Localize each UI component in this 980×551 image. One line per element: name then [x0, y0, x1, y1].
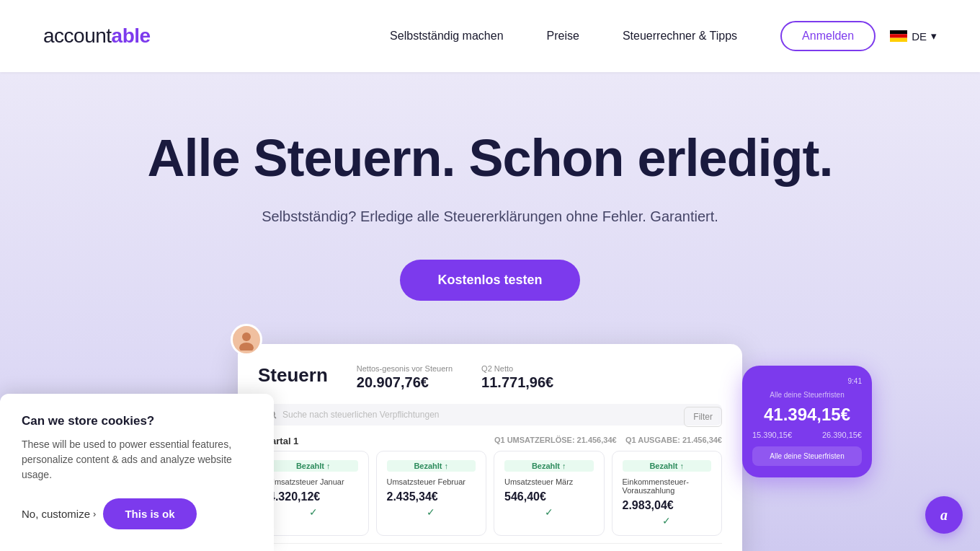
- stat2-label: Q2 Netto: [481, 364, 553, 373]
- tax-card-check-1: ✓: [387, 506, 476, 518]
- app-preview: Steuern Nettos-gesonis vor Steuern 20.90…: [238, 344, 742, 551]
- tax-card-amount-0: 4.320,12€: [269, 490, 358, 503]
- anmelden-button[interactable]: Anmelden: [780, 21, 876, 51]
- quartal1-meta: Q1 UMSATZERLÖSE: 21.456,34€ Q1 AUSGABE: …: [494, 436, 722, 446]
- app-window-title: Steuern: [258, 364, 328, 387]
- quartal1-meta2: Q1 AUSGABE: 21.456,34€: [625, 436, 722, 444]
- tax-card-name-3: Einkommensteuer-Vorauszahlung: [623, 477, 712, 495]
- tax-card-name-0: Umsatzsteuer Januar: [269, 477, 358, 486]
- nav-link-selbststaendig[interactable]: Selbstständig machen: [390, 30, 503, 42]
- nav-item-selbststaendig[interactable]: Selbstständig machen: [390, 30, 503, 43]
- app-window: Steuern Nettos-gesonis vor Steuern 20.90…: [238, 344, 742, 551]
- navbar: accountable Selbstständig machen Preise …: [0, 0, 980, 72]
- cta-button[interactable]: Kostenlos testen: [400, 260, 579, 301]
- mobile-row: 15.390,15€ 26.390,15€: [752, 431, 862, 439]
- chat-bubble[interactable]: a: [925, 496, 963, 534]
- stat2-value: 11.771,96€: [481, 374, 553, 391]
- hero-subtitle: Selbstständig? Erledige alle Steuererklä…: [262, 208, 718, 225]
- tax-card-name-2: Umsatzsteuer März: [504, 477, 594, 486]
- tax-card-2: Bezahlt ↑ Umsatzsteuer März 546,40€ ✓: [494, 451, 605, 536]
- tax-card-check-0: ✓: [269, 506, 358, 518]
- cookie-no-label: No, customize: [22, 508, 90, 520]
- cookie-title: Can we store cookies?: [22, 414, 252, 428]
- svg-rect-2: [890, 38, 907, 42]
- stat1-label: Nettos-gesonis vor Steuern: [357, 364, 453, 373]
- app-header: Steuern Nettos-gesonis vor Steuern 20.90…: [258, 364, 722, 391]
- tax-cards: Bezahlt ↑ Umsatzsteuer Januar 4.320,12€ …: [258, 451, 722, 536]
- tax-card-paid-0: Bezahlt ↑: [269, 460, 358, 472]
- logo[interactable]: accountable: [43, 25, 151, 48]
- user-avatar: [231, 324, 262, 356]
- nav-item-preise[interactable]: Preise: [547, 30, 579, 43]
- logo-text: accountable: [43, 25, 151, 48]
- nav-links: Selbstständig machen Preise Steuerrechne…: [390, 30, 737, 43]
- tax-card-paid-1: Bezahlt ↑: [387, 460, 476, 472]
- tax-card-amount-1: 2.435,34€: [387, 490, 476, 503]
- lang-caret-icon: ▾: [931, 30, 937, 43]
- mobile-overlay: 9:41 Alle deine Steuerfristen 41.394,15€…: [742, 366, 872, 477]
- tax-card-check-3: ✓: [623, 515, 712, 526]
- svg-line-6: [275, 417, 277, 419]
- cookie-ok-button[interactable]: This is ok: [103, 498, 196, 529]
- flag-icon: [890, 30, 907, 42]
- tax-card-check-2: ✓: [504, 506, 594, 518]
- tax-card-amount-2: 546,40€: [504, 490, 594, 503]
- svg-point-4: [239, 343, 254, 351]
- tax-card-3: Bezahlt ↑ Einkommensteuer-Vorauszahlung …: [612, 451, 723, 536]
- tax-card-0: Bezahlt ↑ Umsatzsteuer Januar 4.320,12€ …: [258, 451, 369, 536]
- mobile-val-right: 26.390,15€: [822, 431, 862, 439]
- cookie-text: These will be used to power essential fe…: [22, 437, 252, 482]
- lang-code: DE: [912, 30, 927, 43]
- mobile-val-left: 15.390,15€: [752, 431, 792, 439]
- filter-button[interactable]: Filter: [684, 407, 722, 427]
- quartal1-meta1: Q1 UMSATZERLÖSE: 21.456,34€: [494, 436, 617, 444]
- svg-point-3: [242, 332, 251, 341]
- stat1-value: 20.907,76€: [357, 374, 453, 391]
- tax-card-paid-2: Bezahlt ↑: [504, 460, 594, 472]
- mobile-amount: 41.394,15€: [752, 405, 862, 425]
- tax-card-1: Bezahlt ↑ Umsatzsteuer Februar 2.435,34€…: [376, 451, 487, 536]
- app-stats: Nettos-gesonis vor Steuern 20.907,76€ Q2…: [357, 364, 553, 391]
- tax-card-name-1: Umsatzsteuer Februar: [387, 477, 476, 486]
- cookie-banner: Can we store cookies? These will be used…: [0, 394, 274, 551]
- stat-netto: Nettos-gesonis vor Steuern 20.907,76€: [357, 364, 453, 391]
- svg-rect-1: [890, 34, 907, 38]
- logo-accent: able: [112, 25, 151, 47]
- quartal1-header: Quartal 1 Q1 UMSATZERLÖSE: 21.456,34€ Q1…: [258, 436, 722, 446]
- cookie-no-button[interactable]: No, customize ›: [22, 508, 96, 520]
- chat-icon: a: [940, 507, 948, 524]
- cookie-buttons: No, customize › This is ok: [22, 498, 252, 529]
- chevron-right-icon: ›: [93, 508, 96, 519]
- search-row: Suche nach steuerlichen Verpflichtungen …: [258, 404, 722, 426]
- mobile-footer-label: Alle deine Steuerfristen: [770, 452, 844, 460]
- search-placeholder-text: Suche nach steuerlichen Verpflichtungen: [282, 410, 439, 420]
- mobile-time: 9:41: [752, 377, 862, 385]
- nav-item-steuerrechner[interactable]: Steuerrechner & Tipps: [623, 30, 737, 43]
- hero-title: Alle Steuern. Schon erledigt.: [147, 130, 832, 187]
- svg-rect-0: [890, 30, 907, 34]
- language-selector[interactable]: DE ▾: [890, 30, 937, 43]
- tax-card-amount-3: 2.983,04€: [623, 499, 712, 512]
- stat-q2: Q2 Netto 11.771,96€: [481, 364, 553, 391]
- app-search-bar[interactable]: Suche nach steuerlichen Verpflichtungen: [258, 404, 722, 426]
- mobile-steuern-label: Alle deine Steuerfristen: [752, 391, 862, 399]
- tax-card-paid-3: Bezahlt ↑: [623, 460, 712, 472]
- quartal2-header: Quartal 2: [258, 543, 722, 551]
- logo-prefix: account: [43, 25, 112, 47]
- nav-link-preise[interactable]: Preise: [547, 30, 579, 42]
- mobile-footer: Alle deine Steuerfristen: [752, 446, 862, 466]
- nav-link-steuerrechner[interactable]: Steuerrechner & Tipps: [623, 30, 737, 42]
